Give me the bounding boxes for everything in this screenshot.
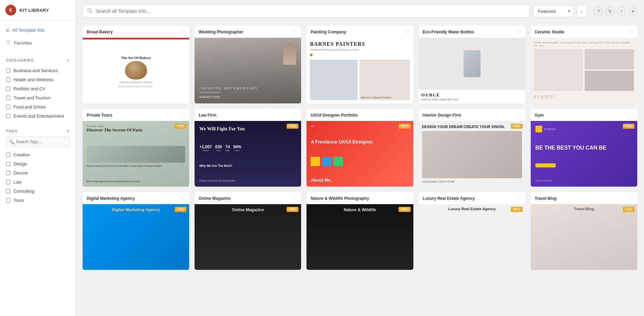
category-item-health[interactable]: Health and Wellness <box>6 75 69 84</box>
favorite-icon[interactable]: ♡ <box>405 29 409 35</box>
card-title: Ceramic Studio <box>535 30 564 34</box>
favorite-icon[interactable]: ♡ <box>181 112 185 118</box>
favorite-icon[interactable]: ♡ <box>405 195 409 201</box>
tag-checkbox-tours[interactable] <box>6 198 10 202</box>
search-input[interactable] <box>83 5 530 18</box>
pro-badge: PRO <box>623 207 635 212</box>
tag-checkbox-creative[interactable] <box>6 153 10 157</box>
favorite-icon[interactable]: ♡ <box>181 29 185 35</box>
template-card-digital-marketing-agency[interactable]: Digital Marketing Agency ♡ PRO Digital M… <box>83 192 189 270</box>
template-card-interior-design-firm[interactable]: Interior Design Firm ♡ PRO DESIGN YOUR D… <box>419 109 525 187</box>
tag-item-design[interactable]: Design <box>6 159 69 168</box>
sort-direction-button[interactable]: ↓ <box>577 5 587 17</box>
template-card-luxury-real-estate-agency[interactable]: Luxury Real Estate Agency ♡ PRO Luxury R… <box>419 192 525 270</box>
category-item-portfolio[interactable]: Portfolio and CV <box>6 84 69 93</box>
card-title: Online Magazine <box>199 196 231 201</box>
card-header: Eco-Friendly Water Bottles ♡ <box>419 26 525 38</box>
help-button[interactable]: ? <box>594 7 603 15</box>
card-header: Bread Bakery ♡ <box>83 26 189 38</box>
template-card-private-tours[interactable]: Private Tours ♡ PRO Private Tours Discov… <box>83 109 189 187</box>
template-thumbnail: PRO Digital Marketing Agency <box>83 204 189 270</box>
tag-item-tours[interactable]: Tours <box>6 196 69 205</box>
sidebar: E KIT LIBRARY ≡ All Template Kits ♡ Favo… <box>0 0 76 316</box>
favorite-icon[interactable]: ♡ <box>629 195 633 201</box>
favorite-icon[interactable]: ♡ <box>293 195 297 201</box>
category-checkbox-food[interactable] <box>6 105 10 109</box>
tag-item-decore[interactable]: Decore <box>6 168 69 178</box>
refresh-button[interactable]: ↻ <box>606 7 614 15</box>
tag-item-law[interactable]: Law <box>6 178 69 187</box>
tags-search-icon: 🔍 <box>9 139 14 145</box>
card-title: Luxury Real Estate Agency <box>423 196 475 201</box>
top-bar: Featured Newest Popular Alphabetical ▾ ↓… <box>76 0 644 22</box>
tag-item-creative[interactable]: Creative <box>6 150 69 159</box>
card-title: Eco-Friendly Water Bottles <box>423 30 474 34</box>
template-thumbnail: PRO Travel Blog <box>531 204 637 270</box>
sidebar-item-favorites[interactable]: ♡ Favorites <box>0 36 76 49</box>
template-card-law-firm[interactable]: Law Firm ♡ PRO We Will Fight For You +1,… <box>195 109 301 187</box>
sort-select[interactable]: Featured Newest Popular Alphabetical <box>533 5 574 17</box>
card-header: Interior Design Firm ♡ <box>419 109 525 121</box>
pro-badge: PRO <box>399 124 410 129</box>
close-button[interactable]: ✕ <box>628 7 637 15</box>
tag-item-consulting[interactable]: Consulting <box>6 187 69 196</box>
card-header: Gym ♡ <box>531 109 637 121</box>
card-header: Law Firm ♡ <box>195 109 301 121</box>
category-label: Business and Services <box>13 68 58 73</box>
tag-checkbox-law[interactable] <box>6 180 10 184</box>
template-card-nature-wildlife-photography[interactable]: Nature & Wildlife Photography ♡ PRO Natu… <box>306 192 413 270</box>
info-button[interactable]: i <box>617 7 626 15</box>
template-thumbnail: PRO Nature & Wildlife <box>306 204 413 270</box>
template-card-uxui-designer-portfolio[interactable]: UX/UI Designer Portfolio ♡ PRO AD. A Fre… <box>306 109 413 187</box>
template-thumbnail: PRO FITNESS BE THE BEST YOU CAN BE OUR C… <box>531 121 637 187</box>
sidebar-item-all-templates[interactable]: ≡ All Template Kits <box>0 24 76 36</box>
pro-badge: PRO <box>287 207 298 212</box>
favorite-icon[interactable]: ♡ <box>629 112 633 118</box>
tag-label: Decore <box>13 170 28 176</box>
favorite-icon[interactable]: ♡ <box>181 195 185 201</box>
tags-header[interactable]: TAGS ∨ <box>6 129 69 133</box>
template-card-online-magazine[interactable]: Online Magazine ♡ PRO Online Magazine <box>195 192 301 270</box>
tag-checkbox-consulting[interactable] <box>6 189 10 193</box>
template-card-painting-company[interactable]: Painting Company ♡ BARNES PAINTERS Resid… <box>306 26 413 103</box>
category-checkbox-business[interactable] <box>6 68 10 73</box>
card-title: Nature & Wildlife Photography <box>311 196 369 201</box>
favorite-icon[interactable]: ♡ <box>293 112 297 118</box>
template-card-bread-bakery[interactable]: Bread Bakery ♡ The Art Of Bakery Welcome… <box>83 26 189 103</box>
tag-label: Law <box>13 180 22 185</box>
category-checkbox-events[interactable] <box>6 114 10 118</box>
categories-header[interactable]: CATEGORIES ∨ <box>6 58 69 63</box>
card-title: UX/UI Designer Portfolio <box>311 113 357 118</box>
template-card-ceramic-studio[interactable]: Ceramic Studio ♡ Craft Handmade Ceramics… <box>531 26 637 103</box>
category-item-business[interactable]: Business and Services <box>6 66 69 75</box>
favorite-icon[interactable]: ♡ <box>405 112 409 118</box>
category-checkbox-travel[interactable] <box>6 96 10 100</box>
favorite-icon[interactable]: ♡ <box>517 112 521 118</box>
card-title: Painting Company <box>311 30 346 34</box>
favorite-icon[interactable]: ♡ <box>293 29 297 35</box>
categories-chevron-icon: ∨ <box>66 58 69 63</box>
tag-checkbox-design[interactable] <box>6 162 10 166</box>
category-list: Business and Services Health and Wellnes… <box>6 66 69 121</box>
template-card-eco-friendly-water-bottles[interactable]: Eco-Friendly Water Bottles ♡ OUBLÉ PLAST… <box>419 26 525 103</box>
category-label: Food and Drinks <box>13 104 46 109</box>
template-card-travel-blog[interactable]: Travel Blog ♡ PRO Travel Blog <box>531 192 637 270</box>
favorite-icon[interactable]: ♡ <box>517 195 521 201</box>
category-item-food[interactable]: Food and Drinks <box>6 102 69 112</box>
template-thumbnail: PRO Online Magazine <box>195 204 301 270</box>
tag-checkbox-decore[interactable] <box>6 171 10 175</box>
template-grid-area: Bread Bakery ♡ The Art Of Bakery Welcome… <box>76 22 644 316</box>
category-checkbox-health[interactable] <box>6 77 10 82</box>
favorite-icon[interactable]: ♡ <box>629 29 633 35</box>
category-item-events[interactable]: Events and Entertainment <box>6 112 69 121</box>
favorite-icon[interactable]: ♡ <box>517 29 521 35</box>
tags-section: TAGS ∨ 🔍 Creative Design Decore Law <box>0 123 76 208</box>
tag-label: Tours <box>13 198 24 203</box>
category-label: Health and Wellness <box>13 77 54 82</box>
category-item-travel[interactable]: Travel and Tourism <box>6 93 69 102</box>
tag-list: Creative Design Decore Law Consulting To… <box>6 150 69 205</box>
template-card-wedding-photographer[interactable]: Wedding Photographer ♡ CREATIVE DOCUMENT… <box>195 26 301 103</box>
template-card-gym[interactable]: Gym ♡ PRO FITNESS BE THE BEST YOU CAN BE… <box>531 109 637 187</box>
tags-search-input[interactable] <box>6 137 69 147</box>
category-checkbox-portfolio[interactable] <box>6 87 10 91</box>
